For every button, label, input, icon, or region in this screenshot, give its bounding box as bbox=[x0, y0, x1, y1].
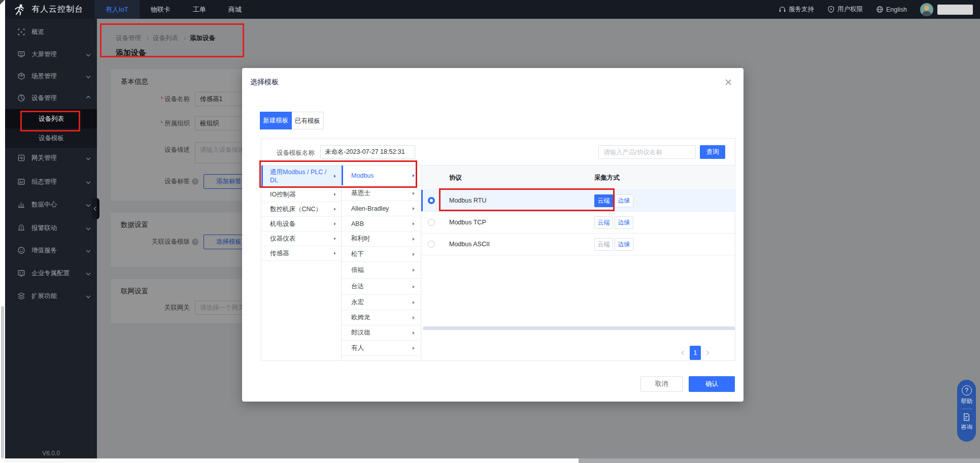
sidebar-item-device-template[interactable]: 设备模板 bbox=[5, 128, 97, 148]
cloud-mode-button[interactable]: 云端 bbox=[594, 216, 613, 229]
radio-selected[interactable] bbox=[428, 197, 435, 204]
table-row-modbus-ascii[interactable]: Modbus ASCII 云端 边缘 bbox=[421, 234, 736, 255]
cancel-button[interactable]: 取消 bbox=[640, 376, 683, 392]
chevron-down-icon bbox=[86, 74, 90, 78]
next-page-icon[interactable] bbox=[705, 351, 709, 355]
floating-help-widget: ? 帮助 咨询 bbox=[957, 380, 976, 442]
scene-icon bbox=[17, 72, 25, 80]
tab-work-order[interactable]: 工单 bbox=[182, 0, 217, 19]
brand-item-langhande[interactable]: 郎汉德 bbox=[342, 325, 421, 341]
shield-icon bbox=[827, 6, 835, 13]
brand-logo-icon bbox=[13, 3, 26, 16]
radio-unselected[interactable] bbox=[428, 219, 435, 226]
consult-label[interactable]: 咨询 bbox=[961, 423, 972, 431]
edge-mode-button[interactable]: 边缘 bbox=[615, 216, 633, 229]
modal-title: 选择模板 bbox=[250, 78, 279, 87]
sidebar-label: 数据中心 bbox=[31, 201, 57, 209]
chevron-down-icon bbox=[86, 180, 90, 184]
sidebar-item-device-list[interactable]: 设备列表 bbox=[5, 109, 97, 128]
scrollbar-corner-mark bbox=[0, 0, 5, 5]
question-icon[interactable]: ? bbox=[962, 385, 972, 395]
brand-item-fatek[interactable]: 永宏 bbox=[342, 295, 421, 310]
version-label: V6.0.0 bbox=[5, 450, 97, 457]
brand-item-hollysys[interactable]: 和利时 bbox=[342, 232, 421, 247]
edge-mode-button[interactable]: 边缘 bbox=[615, 238, 633, 251]
protocol-table-header: 协议 采集方式 bbox=[421, 166, 736, 190]
brand-item-panasonic[interactable]: 松下 bbox=[342, 247, 421, 262]
triangle-right-icon bbox=[413, 222, 415, 225]
extension-icon bbox=[17, 292, 25, 300]
category-item-io-controller[interactable]: IO控制器 bbox=[261, 187, 341, 202]
brand-item-abb[interactable]: ABB bbox=[342, 216, 421, 232]
table-row-modbus-rtu[interactable]: Modbus RTU 云端 边缘 bbox=[421, 190, 736, 212]
brand-item-omron[interactable]: 欧姆龙 bbox=[342, 310, 421, 325]
triangle-right-icon bbox=[413, 174, 415, 177]
scrollbar-thumb[interactable] bbox=[97, 458, 579, 463]
triangle-right-icon bbox=[334, 208, 336, 211]
pagination: 1 bbox=[678, 346, 713, 360]
app-root: 有人云控制台 有人IoT 物联卡 工单 商城 服务支持 用户权限 bbox=[0, 0, 980, 463]
category-item-instrument[interactable]: 仪器仪表 bbox=[261, 232, 341, 246]
tab-usr-iot[interactable]: 有人IoT bbox=[94, 0, 140, 19]
category-item-sensor[interactable]: 传感器 bbox=[261, 246, 341, 261]
username-redacted bbox=[937, 5, 973, 15]
query-button[interactable]: 查询 bbox=[700, 145, 725, 159]
sidebar-label: 企业专属配置 bbox=[31, 269, 70, 278]
brand-item-usr[interactable]: 有人 bbox=[342, 341, 421, 356]
tab-iot-card[interactable]: 物联卡 bbox=[140, 0, 182, 19]
select-template-modal: 选择模板 新建模板 已有模板 设备模板名称 查询 通用Modbus / PLC … bbox=[242, 68, 744, 402]
sidebar-item-value-added[interactable]: 增值服务 bbox=[5, 239, 97, 261]
language-switch[interactable]: English bbox=[876, 6, 907, 13]
sidebar-item-data-center[interactable]: 数据中心 bbox=[5, 193, 97, 216]
document-icon[interactable] bbox=[962, 413, 971, 421]
sidebar-item-device-mgmt[interactable]: 设备管理 bbox=[5, 87, 97, 109]
tab-new-template[interactable]: 新建模板 bbox=[260, 112, 292, 129]
sidebar-item-config-mgmt[interactable]: 组态管理 bbox=[5, 171, 97, 193]
horizontal-scrollbar[interactable] bbox=[423, 326, 735, 330]
brand-item-keyence[interactable]: 基恩士 bbox=[342, 186, 421, 201]
page-number-button[interactable]: 1 bbox=[690, 346, 701, 360]
brand-item-beckhoff[interactable]: 倍福 bbox=[342, 262, 421, 279]
edge-mode-button[interactable]: 边缘 bbox=[615, 194, 633, 207]
triangle-right-icon bbox=[334, 237, 336, 240]
cloud-mode-button[interactable]: 云端 bbox=[594, 238, 613, 251]
tab-mall[interactable]: 商城 bbox=[217, 0, 253, 19]
scrollbar-thumb[interactable] bbox=[1, 306, 4, 458]
brand-item-allen-bradley[interactable]: Allen-Bradley bbox=[342, 201, 421, 216]
sidebar-label: 扩展功能 bbox=[31, 292, 57, 301]
confirm-button[interactable]: 确认 bbox=[689, 376, 735, 392]
cloud-mode-button[interactable]: 云端 bbox=[594, 194, 613, 207]
prev-page-icon[interactable] bbox=[682, 351, 686, 355]
sidebar-item-overview[interactable]: 概览 bbox=[5, 21, 97, 43]
help-label[interactable]: 帮助 bbox=[961, 398, 972, 405]
radio-unselected[interactable] bbox=[428, 241, 435, 248]
close-icon[interactable] bbox=[724, 78, 732, 86]
template-name-input[interactable] bbox=[320, 145, 415, 159]
tab-existing-template[interactable]: 已有模板 bbox=[292, 112, 324, 129]
service-support-menu[interactable]: 服务支持 bbox=[779, 5, 814, 14]
user-avatar[interactable] bbox=[920, 3, 933, 16]
sidebar-item-screen-mgmt[interactable]: 大屏管理 bbox=[5, 43, 97, 65]
sidebar-label: 概览 bbox=[31, 28, 44, 37]
category-item-cnc[interactable]: 数控机床（CNC） bbox=[261, 202, 341, 217]
triangle-right-icon bbox=[413, 316, 415, 319]
triangle-right-icon bbox=[413, 285, 415, 288]
triangle-right-icon bbox=[334, 175, 336, 178]
device-mgmt-submenu: 设备列表 设备模板 bbox=[5, 109, 97, 148]
table-row-modbus-tcp[interactable]: Modbus TCP 云端 边缘 bbox=[421, 212, 736, 234]
headset-icon bbox=[779, 6, 786, 13]
brand-item-delta[interactable]: 台达 bbox=[342, 279, 421, 295]
category-item-modbus-plc[interactable]: 通用Modbus / PLC / DL bbox=[261, 166, 341, 187]
browser-horizontal-scrollbar[interactable] bbox=[5, 458, 980, 463]
sidebar-item-gateway-mgmt[interactable]: 网关管理 bbox=[5, 147, 97, 169]
category-item-electromech[interactable]: 机电设备 bbox=[261, 217, 341, 232]
browser-vertical-scrollbar[interactable] bbox=[0, 0, 5, 463]
sidebar-item-enterprise-config[interactable]: 企业专属配置 bbox=[5, 262, 97, 284]
sidebar-item-extensions[interactable]: 扩展功能 bbox=[5, 285, 97, 307]
sidebar-item-alarm-linkage[interactable]: 报警联动 bbox=[5, 217, 97, 239]
sidebar-item-scene-mgmt[interactable]: 场景管理 bbox=[5, 65, 97, 87]
brand-item-modbus[interactable]: Modbus bbox=[342, 166, 421, 186]
protocol-search-input[interactable] bbox=[598, 145, 696, 159]
chevron-down-icon bbox=[86, 248, 90, 252]
user-permission-menu[interactable]: 用户权限 bbox=[827, 5, 863, 14]
